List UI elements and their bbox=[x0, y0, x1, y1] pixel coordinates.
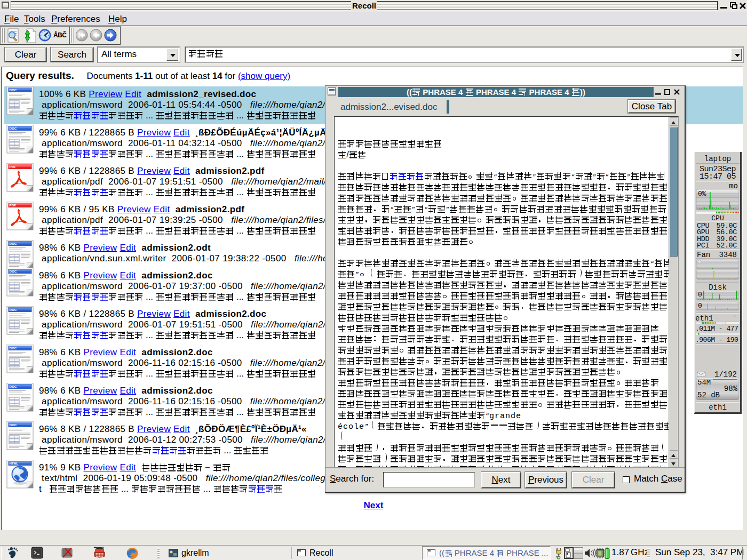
svg-text:HTML: HTML bbox=[10, 462, 19, 465]
svg-text:PDF: PDF bbox=[10, 203, 17, 207]
svg-text:DOC: DOC bbox=[10, 423, 17, 427]
svg-text:DOC: DOC bbox=[10, 385, 17, 388]
svg-text:DOC: DOC bbox=[10, 88, 17, 92]
svg-text:PDF: PDF bbox=[10, 165, 17, 169]
svg-text:DOC: DOC bbox=[10, 346, 17, 350]
svg-text:DOC: DOC bbox=[10, 242, 17, 245]
svg-text:DOC: DOC bbox=[10, 308, 17, 311]
svg-text:DOC: DOC bbox=[10, 269, 17, 273]
svg-text:DOC: DOC bbox=[10, 126, 17, 130]
